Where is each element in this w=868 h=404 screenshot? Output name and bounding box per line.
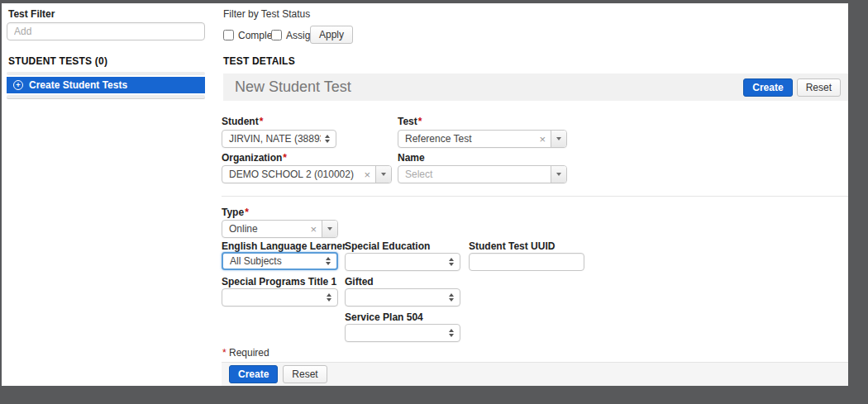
clear-icon[interactable]: ×: [534, 134, 551, 145]
student-tests-list: + Create Student Tests: [7, 72, 205, 99]
organization-combobox[interactable]: DEMO SCHOOL 2 (010002) ×: [222, 165, 392, 183]
panel-title: New Student Test: [235, 78, 743, 96]
name-combobox-placeholder: Select: [398, 169, 551, 180]
plus-circle-icon: +: [13, 80, 23, 90]
service-plan-504-label: Service Plan 504: [345, 311, 423, 323]
header-reset-button[interactable]: Reset: [797, 78, 841, 97]
window-frame-top: [0, 0, 868, 3]
clear-icon[interactable]: ×: [305, 224, 322, 235]
student-tests-header: STUDENT TESTS (0): [8, 55, 107, 67]
gifted-label: Gifted: [345, 276, 374, 288]
test-label: Test*: [398, 116, 422, 127]
gifted-select[interactable]: [345, 288, 460, 307]
dropdown-arrow-icon[interactable]: [322, 221, 337, 237]
select-stepper-icon: [445, 258, 458, 266]
english-language-learner-label: English Language Learner: [222, 240, 346, 252]
panel-header: New Student Test Create Reset: [223, 74, 848, 101]
special-programs-title-1-select[interactable]: [222, 288, 338, 307]
student-select-value: JIRVIN, NATE (3889348394): [222, 133, 321, 145]
assigned-checkbox[interactable]: [271, 30, 282, 40]
organization-label: Organization*: [222, 152, 287, 164]
dropdown-arrow-icon[interactable]: [375, 166, 391, 183]
special-programs-title-1-label: Special Programs Title 1: [222, 276, 336, 288]
name-label: Name: [398, 152, 425, 164]
header-create-button[interactable]: Create: [743, 78, 792, 97]
service-plan-504-select[interactable]: [345, 324, 460, 342]
select-stepper-icon: [445, 293, 458, 302]
dropdown-arrow-icon[interactable]: [551, 166, 566, 183]
type-label: Type*: [222, 207, 249, 218]
student-test-uuid-input[interactable]: [469, 253, 584, 271]
organization-combobox-value: DEMO SCHOOL 2 (010002): [222, 169, 359, 180]
special-education-select[interactable]: [345, 253, 460, 271]
english-language-learner-select[interactable]: All Subjects: [222, 252, 338, 270]
student-label: Student*: [222, 116, 263, 127]
type-combobox[interactable]: Online ×: [222, 220, 338, 238]
list-row-partial-bottom: [7, 95, 205, 99]
window-frame-left: [0, 0, 2, 404]
window-frame-right: [848, 0, 868, 404]
student-select[interactable]: JIRVIN, NATE (3889348394): [222, 130, 336, 148]
section-divider: [222, 196, 848, 197]
clear-icon[interactable]: ×: [359, 169, 375, 180]
screen: Test Filter STUDENT TESTS (0) + Create S…: [0, 0, 868, 404]
test-combobox[interactable]: Reference Test ×: [398, 130, 567, 148]
name-combobox[interactable]: Select: [398, 165, 567, 183]
status-filter-label: Filter by Test Status: [223, 8, 310, 20]
english-language-learner-value: All Subjects: [223, 255, 322, 267]
dropdown-arrow-icon[interactable]: [551, 131, 566, 147]
select-stepper-icon: [322, 293, 336, 302]
test-filter-input[interactable]: [7, 22, 205, 40]
select-stepper-icon: [445, 329, 458, 337]
select-stepper-icon: [321, 135, 334, 143]
select-stepper-icon: [322, 257, 335, 265]
special-education-label: Special Education: [345, 240, 430, 252]
footer-bar: Create Reset: [222, 362, 848, 386]
complete-checkbox[interactable]: [223, 30, 234, 40]
create-student-tests-item[interactable]: + Create Student Tests: [7, 77, 205, 93]
window-frame-bottom: [0, 386, 868, 404]
test-filter-label: Test Filter: [8, 8, 55, 20]
apply-button[interactable]: Apply: [310, 26, 353, 44]
footer-create-button[interactable]: Create: [229, 365, 278, 383]
create-student-tests-label: Create Student Tests: [29, 79, 127, 91]
test-details-header: TEST DETAILS: [223, 55, 295, 67]
footer-reset-button[interactable]: Reset: [283, 365, 327, 383]
type-combobox-value: Online: [222, 223, 305, 235]
student-test-uuid-label: Student Test UUID: [469, 240, 555, 252]
required-note: * Required: [222, 347, 269, 359]
test-combobox-value: Reference Test: [398, 133, 534, 145]
